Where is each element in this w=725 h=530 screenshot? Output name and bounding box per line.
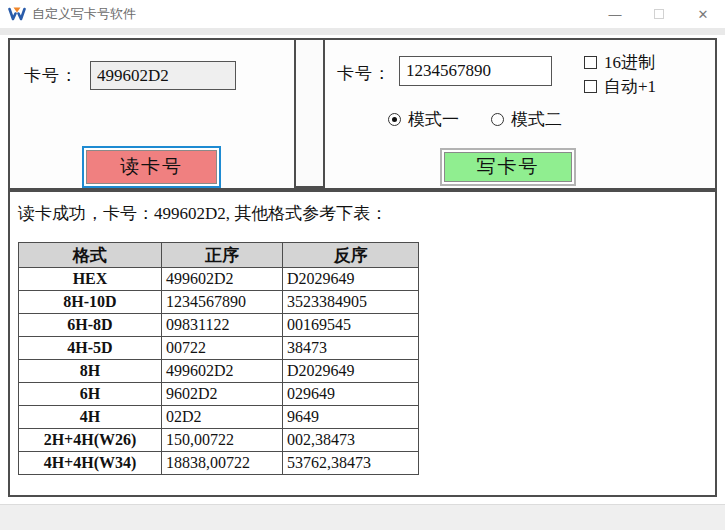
table-row: 2H+4H(W26)150,00722002,38473 bbox=[19, 429, 419, 452]
table-row: 4H02D29649 bbox=[19, 406, 419, 429]
format-table: 格式 正序 反序 HEX499602D2D20296498H-10D123456… bbox=[18, 242, 419, 475]
mode-one-radio[interactable] bbox=[388, 113, 401, 126]
minimize-button[interactable]: — bbox=[593, 0, 637, 28]
format-cell: 4H-5D bbox=[19, 337, 162, 360]
mode-radio-group: 模式一 模式二 bbox=[388, 108, 562, 131]
value-cell: 18838,00722 bbox=[162, 452, 283, 475]
write-card-number-input[interactable] bbox=[399, 56, 552, 86]
table-row: 6H-8D0983112200169545 bbox=[19, 314, 419, 337]
value-cell: 9649 bbox=[283, 406, 419, 429]
maximize-icon bbox=[654, 9, 664, 19]
maximize-button[interactable] bbox=[637, 0, 681, 28]
value-cell: 38473 bbox=[283, 337, 419, 360]
vertical-divider-box bbox=[294, 38, 325, 188]
auto-increment-checkbox-label: 自动+1 bbox=[604, 75, 656, 98]
minimize-icon: — bbox=[609, 7, 622, 22]
value-cell: D2029649 bbox=[283, 360, 419, 383]
format-cell: 2H+4H(W26) bbox=[19, 429, 162, 452]
titlebar: 自定义写卡号软件 — ✕ bbox=[0, 0, 725, 28]
format-cell: 8H bbox=[19, 360, 162, 383]
value-cell: 9602D2 bbox=[162, 383, 283, 406]
mode-one-label: 模式一 bbox=[408, 108, 459, 131]
read-card-label: 卡号： bbox=[24, 64, 78, 87]
table-row: 6H9602D2029649 bbox=[19, 383, 419, 406]
write-card-button[interactable]: 写卡号 bbox=[440, 148, 576, 186]
value-cell: D2029649 bbox=[283, 268, 419, 291]
header-row: 格式 正序 反序 bbox=[19, 243, 419, 268]
value-cell: 53762,38473 bbox=[283, 452, 419, 475]
read-card-number-field[interactable] bbox=[90, 61, 236, 90]
window-controls: — ✕ bbox=[593, 0, 725, 28]
write-card-button-face: 写卡号 bbox=[444, 152, 572, 182]
app-window: { "window": { "title": "自定义写卡号软件", "mini… bbox=[0, 0, 725, 530]
hex-checkbox-row: 16进制 bbox=[584, 50, 655, 74]
header-reverse: 反序 bbox=[283, 243, 419, 268]
close-icon: ✕ bbox=[698, 7, 709, 22]
app-logo-icon bbox=[8, 5, 26, 23]
format-cell: 4H+4H(W34) bbox=[19, 452, 162, 475]
header-format: 格式 bbox=[19, 243, 162, 268]
menustrip bbox=[0, 28, 725, 35]
card-io-panel: 卡号： 卡号： 16进制 自动+1 模式一 模式二 读卡号 写卡号 bbox=[8, 38, 717, 190]
auto-increment-checkbox[interactable] bbox=[584, 80, 597, 93]
table-row: HEX499602D2D2029649 bbox=[19, 268, 419, 291]
result-panel: 读卡成功，卡号：499602D2, 其他格式参考下表： 格式 正序 反序 HEX… bbox=[8, 190, 717, 497]
hex-checkbox-label: 16进制 bbox=[604, 51, 655, 74]
value-cell: 499602D2 bbox=[162, 268, 283, 291]
format-table-header: 格式 正序 反序 bbox=[19, 243, 419, 268]
value-cell: 002,38473 bbox=[283, 429, 419, 452]
format-cell: HEX bbox=[19, 268, 162, 291]
window-title: 自定义写卡号软件 bbox=[32, 5, 136, 23]
value-cell: 1234567890 bbox=[162, 291, 283, 314]
footer-bar bbox=[0, 504, 725, 530]
table-row: 4H-5D0072238473 bbox=[19, 337, 419, 360]
value-cell: 02D2 bbox=[162, 406, 283, 429]
value-cell: 499602D2 bbox=[162, 360, 283, 383]
hex-checkbox[interactable] bbox=[584, 56, 597, 69]
value-cell: 3523384905 bbox=[283, 291, 419, 314]
table-row: 8H499602D2D2029649 bbox=[19, 360, 419, 383]
write-card-label: 卡号： bbox=[337, 62, 391, 85]
status-text: 读卡成功，卡号：499602D2, 其他格式参考下表： bbox=[18, 202, 387, 225]
value-cell: 029649 bbox=[283, 383, 419, 406]
format-cell: 6H bbox=[19, 383, 162, 406]
mode-two-radio[interactable] bbox=[491, 113, 504, 126]
value-cell: 00722 bbox=[162, 337, 283, 360]
value-cell: 150,00722 bbox=[162, 429, 283, 452]
value-cell: 00169545 bbox=[283, 314, 419, 337]
value-cell: 09831122 bbox=[162, 314, 283, 337]
close-button[interactable]: ✕ bbox=[681, 0, 725, 28]
format-cell: 8H-10D bbox=[19, 291, 162, 314]
table-row: 4H+4H(W34)18838,0072253762,38473 bbox=[19, 452, 419, 475]
auto-increment-checkbox-row: 自动+1 bbox=[584, 74, 656, 98]
format-table-body: HEX499602D2D20296498H-10D123456789035233… bbox=[19, 268, 419, 475]
header-forward: 正序 bbox=[162, 243, 283, 268]
format-cell: 4H bbox=[19, 406, 162, 429]
read-card-button-face: 读卡号 bbox=[86, 150, 217, 184]
read-card-button[interactable]: 读卡号 bbox=[82, 146, 221, 188]
table-row: 8H-10D12345678903523384905 bbox=[19, 291, 419, 314]
mode-two-label: 模式二 bbox=[511, 108, 562, 131]
format-cell: 6H-8D bbox=[19, 314, 162, 337]
